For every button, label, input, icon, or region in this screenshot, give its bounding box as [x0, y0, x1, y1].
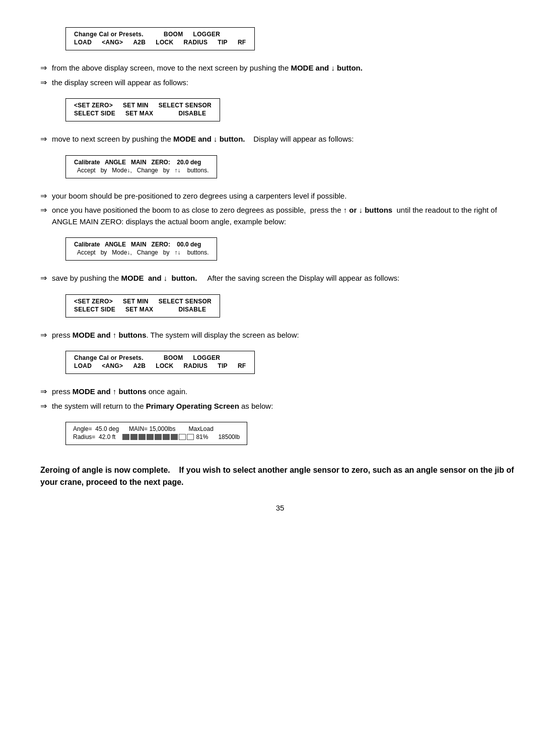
- s5-r2-c3: DISABLE: [178, 306, 206, 313]
- bullet-press-mode-up-again: ⇒ press MODE and ↑ buttons once again.: [40, 386, 520, 398]
- s6-r2-c5: RADIUS: [184, 362, 208, 369]
- bullet-arrow-8: ⇒: [40, 387, 47, 396]
- screen1-r2-c7: RF: [238, 39, 246, 46]
- s6-r2-c3: A2B: [133, 362, 146, 369]
- bullet-text-3: move to next screen by pushing the MODE …: [52, 134, 520, 145]
- bullet-once-positioned: ⇒ once you have positioned the boom to a…: [40, 205, 520, 227]
- page-number-value: 35: [276, 503, 285, 512]
- cal2-r2: Accept by Mode↓, Change by ↑↓ buttons.: [74, 249, 208, 256]
- bar-seg-7: [171, 434, 178, 440]
- op-maxload-value: 18500lb: [218, 433, 240, 440]
- screen1-r2-c2: <ANG>: [102, 39, 123, 46]
- bullet-arrow-9: ⇒: [40, 401, 47, 411]
- bar-seg-3: [138, 434, 146, 440]
- s2-r2-c3: DISABLE: [178, 110, 206, 117]
- bullet-text-9: the system will return to the Primary Op…: [52, 401, 520, 412]
- screen-calibrate-00deg: Calibrate ANGLE MAIN ZERO: 00.0 deg Acce…: [65, 237, 217, 261]
- screen1-r1-c4: LOGGER: [193, 31, 221, 38]
- screen1-r2-c1: LOAD: [74, 39, 92, 46]
- load-bar: 81%: [122, 433, 208, 440]
- bullet-move-next: ⇒ move to next screen by pushing the MOD…: [40, 134, 520, 145]
- op-angle-label: Angle= 45.0 deg: [73, 425, 119, 432]
- bullet-text-4: your boom should be pre-positioned to ze…: [52, 191, 520, 202]
- bar-seg-6: [163, 434, 170, 440]
- s6-r1-c3: BOOM: [164, 354, 183, 361]
- s2-r2-c1: SELECT SIDE: [74, 110, 115, 117]
- bullet-press-mode-up: ⇒ press MODE and ↑ buttons. The system w…: [40, 330, 520, 341]
- screen1-r2-c4: LOCK: [156, 39, 173, 46]
- s2-r1-c2: SET MIN: [123, 102, 149, 109]
- op-bar-area: 81%: [122, 433, 208, 440]
- bullet-arrow-3: ⇒: [40, 134, 47, 144]
- screen-set-zero-2: <SET ZERO> SET MIN SELECT SENSOR SELECT …: [65, 294, 220, 318]
- bullet-return-primary: ⇒ the system will return to the Primary …: [40, 401, 520, 412]
- bullet-from-above: ⇒ from the above display screen, move to…: [40, 62, 520, 74]
- op-radius-label: Radius= 42.0 ft: [73, 433, 115, 440]
- bar-empty-1: [179, 434, 186, 440]
- screen-change-cal-bottom: Change Cal or Presets. BOOM LOGGER LOAD …: [65, 351, 255, 374]
- s5-r1-c1: <SET ZERO>: [74, 298, 113, 305]
- bullet-arrow-1: ⇒: [40, 63, 47, 73]
- s2-r2-c2: SET MAX: [125, 110, 153, 117]
- s6-r2-c4: LOCK: [156, 362, 173, 369]
- bullet-save: ⇒ save by pushing the MODE and ↓ button.…: [40, 273, 520, 284]
- bar-seg-1: [122, 434, 129, 440]
- op-main-label: MAIN= 15,000lbs: [129, 425, 175, 432]
- bar-empty-2: [187, 434, 194, 440]
- zeroing-complete-text: Zeroing of angle is now complete. If you…: [40, 464, 520, 488]
- cal2-r1: Calibrate ANGLE MAIN ZERO: 00.0 deg: [74, 241, 208, 248]
- bullet-display-appears: ⇒ the display screen will appear as foll…: [40, 77, 520, 89]
- op-row2: Radius= 42.0 ft 81% 18500lb: [73, 433, 240, 440]
- screen1-r1-c3: BOOM: [164, 31, 183, 38]
- bar-seg-4: [147, 434, 154, 440]
- s5-r2-c2: SET MAX: [125, 306, 153, 313]
- cal-r1: Calibrate ANGLE MAIN ZERO: 20.0 deg: [74, 159, 208, 166]
- screen-operating: Angle= 45.0 deg MAIN= 15,000lbs MaxLoad …: [65, 422, 247, 445]
- bullet-arrow-5: ⇒: [40, 205, 47, 215]
- bullet-text-7: press MODE and ↑ buttons. The system wil…: [52, 330, 520, 341]
- s5-r1-c2: SET MIN: [123, 298, 149, 305]
- page-number: 35: [40, 503, 520, 512]
- bullet-boom-prepositioned: ⇒ your boom should be pre-positioned to …: [40, 191, 520, 202]
- s2-r1-c1: <SET ZERO>: [74, 102, 113, 109]
- bullet-arrow-7: ⇒: [40, 330, 47, 340]
- cal-r2: Accept by Mode↓, Change by ↑↓ buttons.: [74, 167, 208, 174]
- s6-r1-c1: Change Cal or Presets.: [74, 354, 144, 361]
- bullet-arrow-2: ⇒: [40, 78, 47, 87]
- bar-seg-2: [130, 434, 137, 440]
- bullet-text-1: from the above display screen, move to t…: [52, 62, 520, 74]
- bullet-text-5: once you have positioned the boom to as …: [52, 205, 520, 227]
- op-maxload-label: MaxLoad: [188, 425, 213, 432]
- op-row1: Angle= 45.0 deg MAIN= 15,000lbs MaxLoad: [73, 425, 240, 432]
- screen1-r2-c5: RADIUS: [184, 39, 208, 46]
- s6-r2-c7: RF: [238, 362, 246, 369]
- bar-percent: 81%: [196, 433, 208, 440]
- s5-r2-c1: SELECT SIDE: [74, 306, 115, 313]
- bullet-arrow-6: ⇒: [40, 273, 47, 283]
- screen-set-zero-1: <SET ZERO> SET MIN SELECT SENSOR SELECT …: [65, 98, 220, 121]
- s5-r1-c3: SELECT SENSOR: [159, 298, 212, 305]
- bullet-arrow-4: ⇒: [40, 191, 47, 201]
- s6-r1-c4: LOGGER: [193, 354, 221, 361]
- s2-r1-c3: SELECT SENSOR: [159, 102, 212, 109]
- s6-r2-c6: TIP: [218, 362, 228, 369]
- screen1-r1-c1: Change Cal or Presets.: [74, 31, 144, 38]
- bar-seg-5: [155, 434, 162, 440]
- s6-r2-c2: <ANG>: [102, 362, 123, 369]
- page-content: Change Cal or Presets. BOOM LOGGER LOAD …: [40, 20, 520, 512]
- screen1-r2-c6: TIP: [218, 39, 228, 46]
- screen-calibrate-20deg: Calibrate ANGLE MAIN ZERO: 20.0 deg Acce…: [65, 155, 217, 178]
- s6-r2-c1: LOAD: [74, 362, 92, 369]
- bullet-text-8: press MODE and ↑ buttons once again.: [52, 386, 520, 398]
- screen1-r2-c3: A2B: [133, 39, 146, 46]
- screen-change-cal-top: Change Cal or Presets. BOOM LOGGER LOAD …: [65, 27, 255, 50]
- bullet-text-6: save by pushing the MODE and ↓ button. A…: [52, 273, 520, 284]
- bullet-text-2: the display screen will appear as follow…: [52, 77, 520, 89]
